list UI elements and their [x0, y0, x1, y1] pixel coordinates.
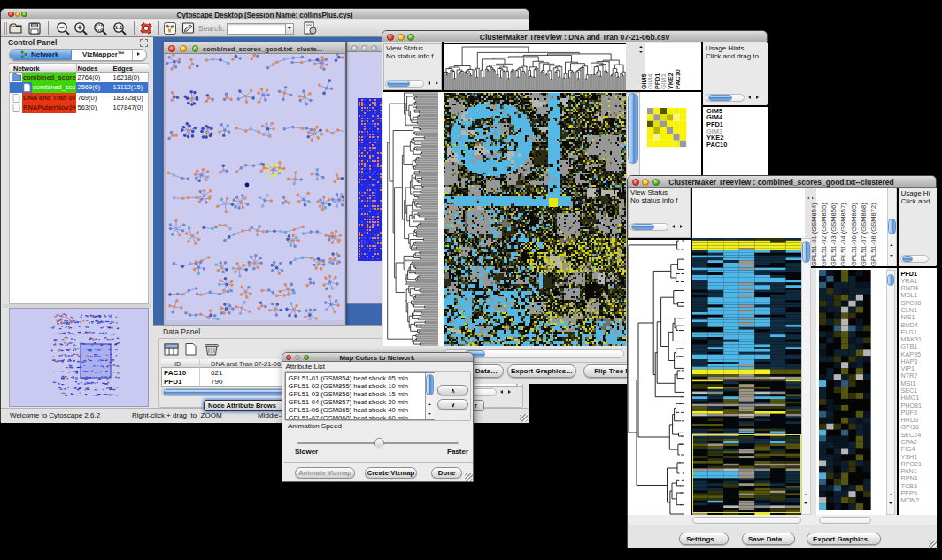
svg-text:1:1: 1:1: [115, 25, 123, 30]
